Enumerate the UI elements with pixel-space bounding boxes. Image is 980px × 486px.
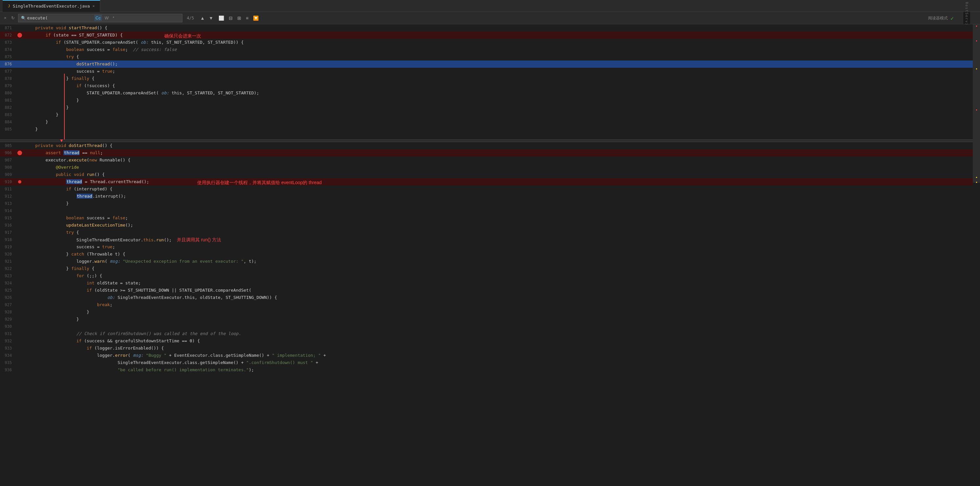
breakpoint-872 xyxy=(18,33,22,37)
checkmark-icon: ✓ xyxy=(950,15,954,21)
code-line-916: 916 updateLastExecutionTime(); xyxy=(0,221,973,229)
code-line-928: 928 } xyxy=(0,308,973,316)
code-line-907: 907 executor.execute(new Runnable() { xyxy=(0,156,973,164)
code-line-909: 909 public void run() { xyxy=(0,171,973,178)
code-line-880: 880 STATE_UPDATER.compareAndSet( ob: thi… xyxy=(0,89,973,97)
code-line-881: 881 } xyxy=(0,97,973,104)
search-icon: 🔍 xyxy=(21,16,26,21)
code-line-926: 926 ob: SingleThreadEventExecutor.this, … xyxy=(0,294,973,301)
close-search-button[interactable]: × xyxy=(3,15,8,21)
code-line-912: 912 thread.interrupt(); xyxy=(0,193,973,200)
search-nav: ▲ ▼ xyxy=(199,15,215,21)
refresh-button[interactable]: ↻ xyxy=(10,15,16,21)
code-editor[interactable]: 871 private void startThread() { 872 if … xyxy=(0,24,980,486)
code-line-872: 872 if (state == ST_NOT_STARTED) { 确保只会进… xyxy=(0,32,973,39)
code-line-906: 906 assert thread == null; xyxy=(0,149,973,156)
code-line-908: 908 @Override xyxy=(0,164,973,171)
breakpoint-906 xyxy=(18,151,22,155)
main-area: 871 private void startThread() { 872 if … xyxy=(0,24,980,486)
code-line-885: 885 } xyxy=(0,126,973,133)
code-line-936: 936 "be called before run() implementati… xyxy=(0,366,973,374)
code-line-882: 882 } xyxy=(0,104,973,111)
scroll-marker-1 xyxy=(976,25,977,27)
code-line-874: 874 boolean success = false; // success:… xyxy=(0,46,973,53)
code-line-933: 933 if (logger.isErrorEnabled()) { xyxy=(0,344,973,352)
scroll-marker-4 xyxy=(976,110,977,110)
code-line-925: 925 if (oldState >= ST_SHUTTING_DOWN || … xyxy=(0,287,973,294)
code-line-932: 932 if (success && gracefulShutdownStart… xyxy=(0,337,973,344)
code-line-884: 884 } xyxy=(0,118,973,126)
code-line-915: 915 boolean success = false; xyxy=(0,214,973,221)
code-line-930: 930 xyxy=(0,323,973,330)
search-count: 4/5 xyxy=(187,16,194,21)
cc-button[interactable]: Cc xyxy=(94,15,102,21)
scroll-marker-3 xyxy=(976,69,977,69)
scroll-marker-6 xyxy=(976,182,977,183)
code-line-911: 911 if (interrupted) { xyxy=(0,185,973,193)
code-line-931: 931 // Check if confirmShutdown() was ca… xyxy=(0,330,973,337)
search-option-4[interactable]: ≡ xyxy=(244,15,250,21)
search-input[interactable] xyxy=(27,16,93,21)
code-line-910: 910 thread = Thread.currentThread(); 使用执… xyxy=(0,178,973,185)
annotation-872: 确保只会进来一次 xyxy=(164,32,201,40)
code-line-934: 934 logger.error( msg: "Buggy " + EventE… xyxy=(0,352,973,359)
code-line-875: 875 try { xyxy=(0,53,973,61)
code-line-873: 873 if (STATE_UPDATER.compareAndSet( ob:… xyxy=(0,39,973,46)
code-line-917: 917 try { xyxy=(0,229,973,236)
code-line-918: 918 SingleThreadEventExecutor.this.run()… xyxy=(0,236,973,243)
code-line-913: 913 } xyxy=(0,200,973,207)
annotation-910: 使用执行器创建一个线程，并将其赋值给 eventLoop的 thread xyxy=(197,179,322,186)
search-option-1[interactable]: ⬜ xyxy=(217,15,226,21)
code-line-876: 876 doStartThread(); xyxy=(0,61,973,68)
search-option-2[interactable]: ⊟ xyxy=(227,15,234,21)
code-line-921: 921 logger.warn( msg: "Unexpected except… xyxy=(0,258,973,265)
code-line-924: 924 int oldState = state; xyxy=(0,279,973,287)
code-line-929: 929 } xyxy=(0,316,973,323)
search-options: ⬜ ⊟ ⊞ ≡ 🔽 xyxy=(217,15,260,21)
code-line-883: 883 } xyxy=(0,111,973,118)
code-line-914: 914 xyxy=(0,207,973,214)
file-tab[interactable]: J SingleThreadEventExecutor.java × xyxy=(3,0,100,12)
tab-filename: SingleThreadEventExecutor.java xyxy=(13,4,90,8)
java-icon: J xyxy=(8,4,10,8)
app-window: J SingleThreadEventExecutor.java × × ↻ 🔍… xyxy=(0,0,980,486)
scroll-marker-2 xyxy=(976,40,977,41)
tab-bar: J SingleThreadEventExecutor.java × xyxy=(0,0,980,12)
search-prev-button[interactable]: ▲ xyxy=(199,15,206,21)
code-line-920: 920 } catch (Throwable t) { xyxy=(0,250,973,258)
code-line-905: 905 private void doStartThread() { xyxy=(0,142,973,149)
code-line-878: 878 } finally { xyxy=(0,75,973,82)
search-bar: × ↻ 🔍 Cc W * 4/5 ▲ ▼ ⬜ ⊟ ⊞ ≡ 🔽 阅读器模式 ✓ R… xyxy=(0,12,980,24)
code-line-935: 935 SingleThreadEventExecutor.class.getS… xyxy=(0,359,973,366)
search-filter-button[interactable]: 🔽 xyxy=(251,15,260,21)
asterisk-button[interactable]: * xyxy=(111,15,116,21)
code-line-879: 879 if (!success) { xyxy=(0,82,973,89)
right-sidebar xyxy=(973,24,980,183)
code-line-922: 922 } finally { xyxy=(0,265,973,272)
search-next-button[interactable]: ▼ xyxy=(207,15,215,21)
code-line-923: 923 for (;;) { xyxy=(0,272,973,279)
code-line-927: 927 break; xyxy=(0,301,973,308)
search-input-wrap[interactable]: 🔍 Cc W * xyxy=(18,14,182,22)
code-line-871: 871 private void startThread() { xyxy=(0,24,973,32)
section-divider xyxy=(0,139,973,142)
w-button[interactable]: W xyxy=(103,15,110,21)
search-option-3[interactable]: ⊞ xyxy=(235,15,243,21)
code-line-877: 877 success = true; xyxy=(0,68,973,75)
reader-mode-button[interactable]: 阅读器模式 xyxy=(928,15,948,21)
breakpoint-910 xyxy=(18,180,21,183)
code-line-919: 919 success = true; xyxy=(0,243,973,250)
tab-close-button[interactable]: × xyxy=(92,4,95,8)
scroll-marker-5 xyxy=(976,177,977,178)
